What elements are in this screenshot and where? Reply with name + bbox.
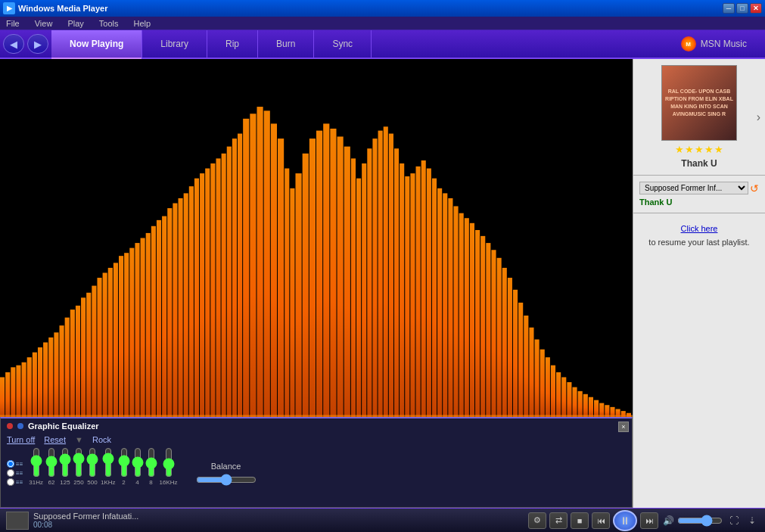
svg-rect-33 [179,198,183,417]
eq-preset-label[interactable]: Rock [92,435,111,444]
menu-help[interactable]: Help [130,18,154,29]
svg-rect-64 [367,148,372,417]
svg-rect-52 [290,188,294,417]
eq-slider-8k[interactable] [146,447,157,478]
balance-slider[interactable] [196,474,257,486]
main-content: Graphic Equalizer × Turn off Reset ▼ Roc… [0,59,765,508]
right-panel: RAL CODE- UPON CASB RIPTION FROM ELIN XB… [633,59,765,508]
back-button[interactable]: ◀ [3,34,24,54]
playlist-area: Supposed Former Inf... ↺ Thank U [633,176,765,213]
eq-dot-blue [17,423,23,429]
next-track-arrow[interactable]: › [757,110,760,124]
resize-button[interactable]: ⛶ [727,514,741,527]
maximize-button[interactable]: □ [736,3,748,14]
close-button[interactable]: ✕ [750,3,762,14]
equalizer-panel: Graphic Equalizer × Turn off Reset ▼ Roc… [0,417,633,508]
next-button[interactable]: ⏭ [640,512,658,529]
svg-rect-50 [278,138,284,417]
svg-rect-0 [0,377,5,417]
svg-rect-45 [243,119,249,417]
playlist-dropdown[interactable]: Supposed Former Inf... [639,182,748,194]
tab-now-playing[interactable]: Now Playing [51,30,142,58]
volume-icon[interactable]: 🔊 [663,515,674,526]
svg-rect-65 [372,138,377,417]
svg-rect-82 [465,218,469,417]
svg-rect-54 [303,154,309,417]
svg-rect-26 [141,238,145,418]
tab-sync[interactable]: Sync [314,30,372,58]
eq-radio-group: ≡≡ ≡≡ ≡≡ [7,460,23,486]
eq-slider-2k[interactable] [119,447,129,478]
tab-burn[interactable]: Burn [258,30,314,58]
repeat-button[interactable]: ↺ [750,182,759,194]
svg-rect-83 [470,223,474,417]
eq-reset-link[interactable]: Reset [44,435,66,444]
volume-slider[interactable] [677,515,723,527]
svg-rect-84 [475,230,480,417]
tab-msn-music[interactable]: M MSN Music [666,30,762,58]
svg-rect-22 [119,256,123,417]
svg-rect-80 [453,206,458,417]
svg-rect-94 [529,328,533,417]
svg-rect-30 [162,216,166,417]
restore-button[interactable]: ⇣ [745,514,759,527]
svg-rect-70 [400,163,404,417]
svg-rect-15 [81,297,86,417]
settings-button[interactable]: ⚙ [528,512,546,529]
svg-rect-67 [384,126,388,417]
svg-rect-1 [5,372,10,417]
svg-rect-39 [210,163,215,417]
tab-rip[interactable]: Rip [207,30,258,58]
svg-rect-11 [60,325,64,417]
play-pause-button[interactable]: ⏸ [613,510,637,531]
svg-rect-12 [65,318,70,417]
eq-slider-4k[interactable] [132,447,143,478]
eq-slider-250[interactable] [73,447,84,478]
minimize-button[interactable]: ─ [723,3,735,14]
eq-sliders-container: 31Hz 62 125 250 [29,447,177,486]
track-rating[interactable]: ★★★★★ [675,144,724,155]
svg-rect-16 [86,293,91,417]
menu-view[interactable]: View [32,18,56,29]
menu-file[interactable]: File [3,18,23,29]
menu-tools[interactable]: Tools [96,18,122,29]
visualizer-canvas [0,59,633,417]
svg-rect-76 [432,179,437,417]
svg-rect-44 [238,134,242,417]
eq-slider-125[interactable] [60,447,70,478]
svg-rect-85 [480,236,485,417]
title-bar: ▶ Windows Media Player ─ □ ✕ [0,0,765,17]
svg-rect-27 [146,233,151,417]
svg-rect-19 [103,272,107,417]
svg-rect-95 [535,340,540,417]
eq-slider-62[interactable] [46,447,57,478]
svg-rect-10 [54,332,58,417]
svg-rect-25 [135,243,139,417]
eq-radio-2[interactable]: ≡≡ [7,469,23,477]
menu-play[interactable]: Play [64,18,86,29]
eq-slider-1khz[interactable] [103,447,114,478]
svg-rect-72 [410,173,415,417]
svg-rect-46 [250,114,256,417]
resume-link[interactable]: Click here [681,224,718,233]
eq-radio-1[interactable]: ≡≡ [7,460,23,468]
eq-header: Graphic Equalizer [7,422,626,431]
shuffle-button[interactable]: ⇄ [549,512,568,529]
svg-rect-38 [205,169,210,417]
svg-rect-28 [151,226,156,417]
volume-area: 🔊 [663,515,723,527]
svg-rect-55 [309,138,316,417]
svg-rect-21 [114,263,118,417]
eq-slider-16k[interactable] [163,447,174,478]
resume-area: Click here to resume your last playlist. [633,213,765,258]
eq-turnoff-link[interactable]: Turn off [7,435,35,444]
eq-close-button[interactable]: × [618,422,629,432]
prev-button[interactable]: ⏮ [592,512,610,529]
eq-radio-3[interactable]: ≡≡ [7,478,23,486]
tab-library[interactable]: Library [142,30,207,58]
resume-text: to resume your last playlist. [648,238,749,247]
eq-slider-31hz[interactable] [31,447,42,478]
eq-slider-500[interactable] [87,447,98,478]
forward-button[interactable]: ▶ [27,34,48,54]
stop-button[interactable]: ■ [571,512,589,529]
